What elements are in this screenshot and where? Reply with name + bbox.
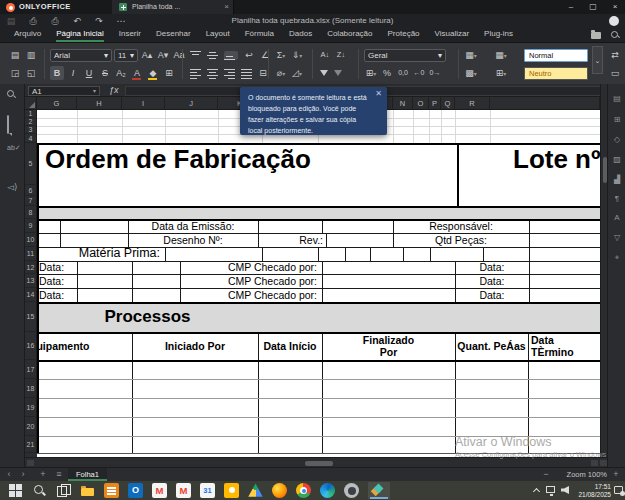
taskbar-icon-search[interactable] [32,483,47,498]
align-right-icon[interactable] [224,69,235,78]
column-header-n[interactable]: N [393,97,413,110]
taskbar-icon-file-explorer[interactable] [80,483,95,498]
align-middle-icon[interactable] [207,51,218,60]
column-header-j[interactable]: J [165,97,218,110]
horizontal-scrollbar[interactable] [25,457,607,467]
insert-cells-icon[interactable]: ⊞▾ [494,66,508,80]
find-icon[interactable] [7,90,15,98]
justify-icon[interactable] [241,69,252,78]
select-icon[interactable]: ▭ [608,66,622,80]
notification-close-icon[interactable]: ✕ [375,89,382,98]
row-header-13[interactable]: 13 [25,274,37,288]
row-header-7[interactable]: 7 [25,196,37,206]
taskbar-icon-start[interactable] [8,483,23,498]
minimize-button[interactable]: – [561,0,581,14]
copy-style-icon[interactable]: ◲ [8,66,22,80]
italic-button[interactable]: I [66,66,80,80]
number-format-select[interactable]: Geral▾ [364,49,446,62]
borders-icon[interactable]: ⊞ [162,66,176,80]
taskbar-icon-google-calendar[interactable]: 31 [200,483,215,498]
taskbar-icon-google-drive[interactable] [248,483,263,498]
taskbar-icon-gmail[interactable]: M [152,483,167,498]
clock[interactable]: 17:51 21/08/2025 [578,483,611,499]
zoom-in-button[interactable]: + [609,468,623,482]
column-header-h[interactable]: H [77,97,122,110]
vertical-scrollbar[interactable] [600,84,607,467]
row-header-14[interactable]: 14 [25,288,37,302]
row-header-5[interactable]: 5 [25,143,37,185]
table-settings-icon[interactable]: ⊞ [612,115,622,124]
decrease-font-icon[interactable]: A▾ [156,48,170,62]
comma-style-icon[interactable]: 0,0 [396,66,410,80]
align-center-icon[interactable] [207,69,218,78]
row-header-15[interactable]: 15 [25,302,37,332]
tab-close-icon[interactable]: × [224,2,229,11]
prev-sheet-icon[interactable]: ‹ [2,468,16,482]
align-bottom-icon[interactable] [224,51,238,60]
cell-style-neutro[interactable]: Neutro [524,67,588,80]
column-header-i[interactable]: I [122,97,165,110]
conditional-format-icon[interactable]: ▦▾ [464,48,478,62]
replace-icon[interactable]: ⇄ [608,48,622,62]
feedback-icon[interactable]: ◅⟩ [7,182,17,192]
user-avatar[interactable] [609,16,619,26]
vertical-scrollbar-thumb[interactable] [603,157,607,183]
underline-button[interactable]: U [82,66,96,80]
menu-tab-layout[interactable]: Layout [206,28,230,42]
increase-decimal-icon[interactable]: 0→ [428,66,442,80]
row-header-2[interactable]: 2 [25,118,37,126]
taskbar-icon-task-view[interactable] [56,483,71,498]
percent-style-icon[interactable]: % [380,66,394,80]
taskbar-icon-onlyoffice[interactable] [368,482,390,499]
menu-tab-desenhar[interactable]: Desenhar [156,28,191,42]
next-sheet-icon[interactable]: › [16,468,30,482]
scroll-corner-button[interactable] [600,460,607,466]
menu-tab-pagina-inicial[interactable]: Página Inicial [56,28,104,42]
align-left-icon[interactable] [190,69,201,78]
horizontal-scrollbar-thumb[interactable] [305,461,333,466]
format-painter-icon[interactable]: ◱ [24,66,38,80]
column-header-r[interactable]: R [455,97,490,110]
select-all-corner[interactable] [25,97,37,110]
sort-descending-icon[interactable]: Z↓ [334,48,348,62]
signature-settings-icon[interactable]: ⌖ [612,253,622,263]
font-color-icon[interactable]: A [130,66,144,80]
row-header-20[interactable]: 20 [25,417,37,436]
strikethrough-button[interactable]: S [98,66,112,80]
search-icon[interactable] [611,31,619,39]
menu-tab-inserir[interactable]: Inserir [119,28,141,42]
copy-icon[interactable]: ▥ [24,48,38,62]
row-header-21[interactable]: 21 [25,436,37,453]
column-header-g[interactable]: G [37,97,77,110]
conditional-format-color-icon[interactable]: ▩▾ [464,66,478,80]
row-header-16[interactable]: 16 [25,332,37,360]
maximize-button[interactable]: ▢ [583,0,603,14]
eraser-icon[interactable]: ◿▾ [290,66,304,80]
menu-tab-plug-ins[interactable]: Plug-ins [484,28,513,42]
row-header-1[interactable]: 1 [25,110,37,118]
scroll-right-button[interactable] [591,460,598,466]
cell-styles-gallery-chevron[interactable]: ⌄ [592,46,603,74]
taskbar-icon-camera[interactable] [344,483,359,498]
accounting-style-icon[interactable]: ⊞▾ [364,66,378,80]
row-header-4[interactable]: 4 [25,134,37,143]
fill-color-icon[interactable]: ◆ [146,66,160,80]
slicer-settings-icon[interactable]: ▽ [612,233,622,242]
close-button[interactable]: × [605,0,625,14]
wrap-text-icon[interactable]: ↩ [242,48,256,62]
zoom-out-button[interactable]: − [539,468,553,482]
cell-style-normal[interactable]: Normal [524,49,588,62]
row-header-19[interactable]: 19 [25,398,37,417]
decrease-decimal-icon[interactable]: ←0 [412,66,426,80]
taskbar-icon-chrome[interactable] [296,483,311,498]
column-header-q[interactable]: Q [441,97,455,110]
shape-settings-icon[interactable]: ◇ [612,135,622,144]
tray-chevron-up-icon[interactable] [533,488,540,495]
network-icon[interactable] [546,486,555,493]
menu-tab-colaboracao[interactable]: Colaboração [327,28,372,42]
clear-icon[interactable]: ⌀▾ [274,66,288,80]
action-center-icon[interactable] [614,486,623,494]
image-settings-icon[interactable]: ▨ [612,155,622,164]
fill-icon[interactable]: ⇓▾ [290,48,304,62]
menu-tab-dados[interactable]: Dados [289,28,312,42]
